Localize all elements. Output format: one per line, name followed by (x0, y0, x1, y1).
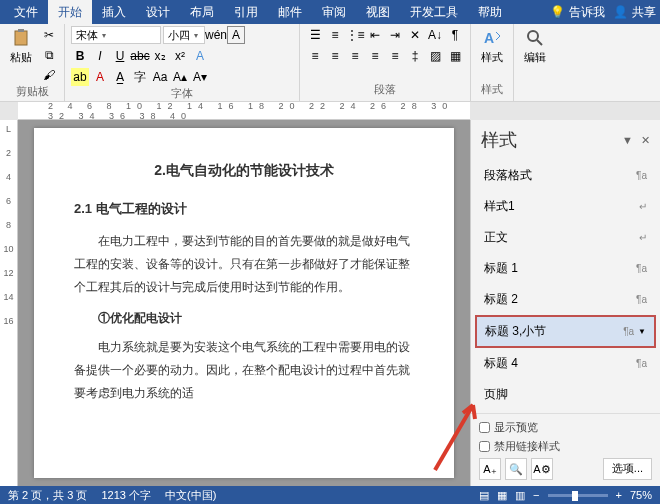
zoom-level[interactable]: 75% (630, 489, 652, 501)
cut-button[interactable]: ✂ (40, 26, 58, 44)
status-word-count[interactable]: 1213 个字 (101, 488, 151, 503)
tab-view[interactable]: 视图 (356, 0, 400, 24)
tab-mail[interactable]: 邮件 (268, 0, 312, 24)
pane-close-icon[interactable]: ✕ (641, 134, 650, 147)
tab-layout[interactable]: 布局 (180, 0, 224, 24)
borders-button[interactable]: ▦ (446, 47, 464, 65)
bullets-button[interactable]: ☰ (306, 26, 324, 44)
show-preview-checkbox[interactable]: 显示预览 (479, 420, 652, 435)
style-item[interactable]: 标题 3,小节¶a▼ (475, 315, 656, 348)
style-inspector-button[interactable]: 🔍 (505, 458, 527, 480)
manage-styles-button[interactable]: A⚙ (531, 458, 553, 480)
font-name-combo[interactable]: 宋体▾ (71, 26, 161, 44)
align-left-button[interactable]: ≡ (306, 47, 324, 65)
style-item-marker: ↵ (639, 232, 647, 243)
tab-file[interactable]: 文件 (4, 0, 48, 24)
shrink-font-button[interactable]: A▾ (191, 68, 209, 86)
paste-button[interactable]: 粘贴 (6, 26, 36, 67)
change-case-button[interactable]: Aa (151, 68, 169, 86)
disable-linked-checkbox[interactable]: 禁用链接样式 (479, 439, 652, 454)
new-style-button[interactable]: A₊ (479, 458, 501, 480)
highlight-button[interactable]: ab (71, 68, 89, 86)
style-item-marker: ↵ (639, 201, 647, 212)
align-center-button[interactable]: ≡ (326, 47, 344, 65)
document-area[interactable]: 2.电气自动化的节能设计技术 2.1 电气工程的设计 在电力工程中，要达到节能的… (18, 120, 470, 486)
justify-button[interactable]: ≡ (366, 47, 384, 65)
underline-button[interactable]: U (111, 47, 129, 65)
vertical-ruler[interactable]: L246810121416 (0, 120, 18, 486)
italic-button[interactable]: I (91, 47, 109, 65)
sort-button[interactable]: A↓ (426, 26, 444, 44)
style-item[interactable]: 样式1↵▼ (475, 191, 656, 222)
font-color-button[interactable]: A (91, 68, 109, 86)
asian-layout-button[interactable]: ✕ (406, 26, 424, 44)
styles-options-button[interactable]: 选项... (603, 458, 652, 480)
char-shading-button[interactable]: A̲ (111, 68, 129, 86)
style-item-marker: ¶a (636, 170, 647, 181)
numbering-button[interactable]: ≡ (326, 26, 344, 44)
shading-button[interactable]: ▨ (426, 47, 444, 65)
doc-heading-2[interactable]: 2.电气自动化的节能设计技术 (74, 156, 414, 184)
svg-line-4 (537, 40, 542, 45)
styles-icon: A (482, 28, 502, 48)
distributed-button[interactable]: ≡ (386, 47, 404, 65)
tab-home[interactable]: 开始 (48, 0, 92, 24)
doc-paragraph[interactable]: 在电力工程中，要达到节能的目的首先要做的就是做好电气工程的安装、设备等的设计。只… (74, 230, 414, 298)
bold-button[interactable]: B (71, 47, 89, 65)
tab-review[interactable]: 审阅 (312, 0, 356, 24)
align-right-button[interactable]: ≡ (346, 47, 364, 65)
zoom-in-button[interactable]: + (616, 489, 622, 501)
view-read-mode-icon[interactable]: ▦ (497, 489, 507, 502)
character-border-button[interactable]: A (227, 26, 245, 44)
group-styles: A 样式 样式 (471, 24, 514, 101)
zoom-out-button[interactable]: − (533, 489, 539, 501)
style-item[interactable]: 正文↵▼ (475, 222, 656, 253)
tell-me-search[interactable]: 💡 告诉我 (550, 4, 605, 21)
decrease-indent-button[interactable]: ⇤ (366, 26, 384, 44)
tab-insert[interactable]: 插入 (92, 0, 136, 24)
status-language[interactable]: 中文(中国) (165, 488, 216, 503)
doc-heading-4[interactable]: ①优化配电设计 (74, 306, 414, 330)
tab-developer[interactable]: 开发工具 (400, 0, 468, 24)
style-item-marker: ¶a (636, 294, 647, 305)
enclose-char-button[interactable]: 字 (131, 68, 149, 86)
strikethrough-button[interactable]: abc (131, 47, 149, 65)
format-painter-button[interactable]: 🖌 (40, 66, 58, 84)
increase-indent-button[interactable]: ⇥ (386, 26, 404, 44)
document-page[interactable]: 2.电气自动化的节能设计技术 2.1 电气工程的设计 在电力工程中，要达到节能的… (34, 128, 454, 478)
style-item[interactable]: 段落格式¶a▼ (475, 160, 656, 191)
styles-button[interactable]: A 样式 (477, 26, 507, 67)
ribbon: 粘贴 ✂ ⧉ 🖌 剪贴板 宋体▾ 小四▾ wén A B I U abc x₂ (0, 24, 660, 102)
subscript-button[interactable]: x₂ (151, 47, 169, 65)
share-button[interactable]: 👤 共享 (613, 4, 656, 21)
status-page[interactable]: 第 2 页，共 3 页 (8, 488, 87, 503)
superscript-button[interactable]: x² (171, 47, 189, 65)
show-marks-button[interactable]: ¶ (446, 26, 464, 44)
horizontal-ruler[interactable]: 2 4 6 8 10 12 14 16 18 20 22 24 26 28 30… (18, 102, 470, 120)
style-item-dropdown-icon[interactable]: ▼ (638, 327, 646, 336)
styles-list[interactable]: 段落格式¶a▼样式1↵▼正文↵▼标题 1¶a▼标题 2¶a▼标题 3,小节¶a▼… (471, 156, 660, 413)
tab-design[interactable]: 设计 (136, 0, 180, 24)
multilevel-list-button[interactable]: ⋮≡ (346, 26, 364, 44)
pane-dropdown-icon[interactable]: ▼ (622, 134, 633, 147)
find-icon (525, 28, 545, 48)
editing-button[interactable]: 编辑 (520, 26, 550, 67)
copy-button[interactable]: ⧉ (40, 46, 58, 64)
tab-help[interactable]: 帮助 (468, 0, 512, 24)
style-item[interactable]: 标题 1¶a▼ (475, 253, 656, 284)
style-item[interactable]: 页脚▼ (475, 379, 656, 410)
doc-paragraph[interactable]: 电力系统就是要为安装这个电气系统的工程中需要用电的设备提供一个必要的动力。因此，… (74, 336, 414, 404)
view-print-layout-icon[interactable]: ▤ (479, 489, 489, 502)
view-web-layout-icon[interactable]: ▥ (515, 489, 525, 502)
grow-font-button[interactable]: A▴ (171, 68, 189, 86)
tab-references[interactable]: 引用 (224, 0, 268, 24)
doc-heading-3[interactable]: 2.1 电气工程的设计 (74, 196, 414, 222)
line-spacing-button[interactable]: ‡ (406, 47, 424, 65)
zoom-slider[interactable] (548, 494, 608, 497)
text-effects-button[interactable]: A (191, 47, 209, 65)
style-item[interactable]: 标题 2¶a▼ (475, 284, 656, 315)
phonetic-guide-button[interactable]: wén (207, 26, 225, 44)
style-item-name: 标题 4 (484, 355, 636, 372)
style-item[interactable]: 标题 4¶a▼ (475, 348, 656, 379)
font-size-combo[interactable]: 小四▾ (163, 26, 205, 44)
